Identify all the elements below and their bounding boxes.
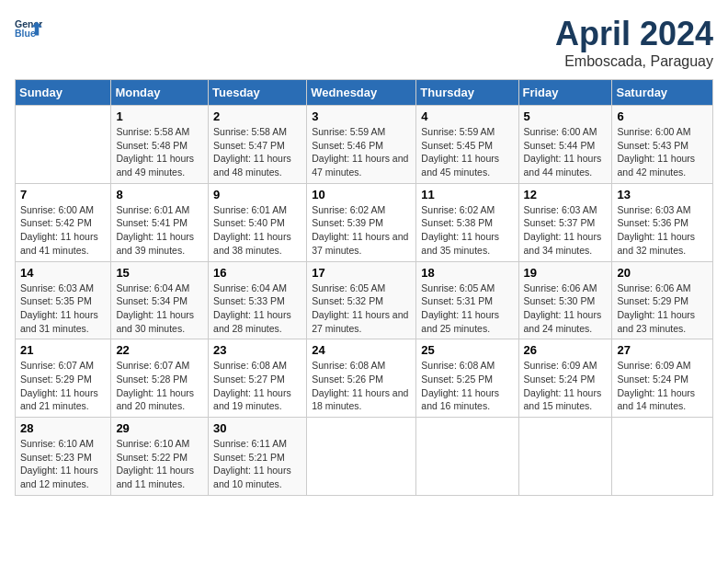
calendar-cell: 24Sunrise: 6:08 AMSunset: 5:26 PMDayligh… [307,339,416,418]
day-info: Sunrise: 6:08 AMSunset: 5:26 PMDaylight:… [312,359,411,413]
calendar-cell: 11Sunrise: 6:02 AMSunset: 5:38 PMDayligh… [416,183,518,261]
weekday-header-sunday: Sunday [16,80,111,106]
day-number: 19 [524,266,608,280]
calendar-cell: 6Sunrise: 6:00 AMSunset: 5:43 PMDaylight… [612,106,713,184]
day-info: Sunrise: 6:03 AMSunset: 5:37 PMDaylight:… [524,203,608,258]
day-info: Sunrise: 6:09 AMSunset: 5:24 PMDaylight:… [617,359,708,413]
day-info: Sunrise: 5:58 AMSunset: 5:48 PMDaylight:… [116,125,203,179]
calendar-cell: 29Sunrise: 6:10 AMSunset: 5:22 PMDayligh… [111,418,209,496]
logo: General Blue [15,15,42,42]
day-info: Sunrise: 6:07 AMSunset: 5:29 PMDaylight:… [20,359,106,413]
day-number: 30 [213,421,301,435]
calendar-cell [416,418,518,496]
week-row-5: 28Sunrise: 6:10 AMSunset: 5:23 PMDayligh… [16,418,713,496]
calendar-cell: 13Sunrise: 6:03 AMSunset: 5:36 PMDayligh… [612,183,713,261]
day-number: 7 [20,188,106,201]
calendar-cell: 28Sunrise: 6:10 AMSunset: 5:23 PMDayligh… [16,418,111,496]
day-number: 6 [617,109,708,123]
calendar-cell: 9Sunrise: 6:01 AMSunset: 5:40 PMDaylight… [209,183,307,261]
weekday-header-saturday: Saturday [612,80,713,106]
calendar-cell: 18Sunrise: 6:05 AMSunset: 5:31 PMDayligh… [416,261,518,339]
calendar-cell: 20Sunrise: 6:06 AMSunset: 5:29 PMDayligh… [612,261,713,339]
day-number: 25 [421,343,513,357]
page-header: General Blue April 2024 Emboscada, Parag… [15,15,713,70]
day-info: Sunrise: 6:11 AMSunset: 5:21 PMDaylight:… [213,437,301,491]
week-row-3: 14Sunrise: 6:03 AMSunset: 5:35 PMDayligh… [16,261,713,339]
day-number: 1 [116,109,203,123]
calendar-cell [307,418,416,496]
day-number: 21 [20,343,106,357]
calendar-cell: 5Sunrise: 6:00 AMSunset: 5:44 PMDaylight… [518,106,612,184]
day-info: Sunrise: 5:58 AMSunset: 5:47 PMDaylight:… [213,125,301,179]
day-info: Sunrise: 6:05 AMSunset: 5:32 PMDaylight:… [312,282,411,336]
calendar-cell: 21Sunrise: 6:07 AMSunset: 5:29 PMDayligh… [16,339,111,418]
day-info: Sunrise: 6:03 AMSunset: 5:36 PMDaylight:… [617,203,708,258]
day-number: 28 [20,421,106,435]
day-info: Sunrise: 6:05 AMSunset: 5:31 PMDaylight:… [421,282,513,336]
calendar-cell: 12Sunrise: 6:03 AMSunset: 5:37 PMDayligh… [518,183,612,261]
calendar-cell: 30Sunrise: 6:11 AMSunset: 5:21 PMDayligh… [209,418,307,496]
week-row-2: 7Sunrise: 6:00 AMSunset: 5:42 PMDaylight… [16,183,713,261]
day-number: 2 [213,109,301,123]
day-info: Sunrise: 6:01 AMSunset: 5:41 PMDaylight:… [116,203,203,258]
day-number: 14 [20,266,106,280]
day-number: 3 [312,109,411,123]
location-subtitle: Emboscada, Paraguay [555,53,713,70]
day-number: 4 [421,109,513,123]
day-info: Sunrise: 6:01 AMSunset: 5:40 PMDaylight:… [213,203,301,258]
calendar-cell [16,106,111,184]
day-number: 17 [312,266,411,280]
day-info: Sunrise: 6:07 AMSunset: 5:28 PMDaylight:… [116,359,203,413]
day-info: Sunrise: 6:08 AMSunset: 5:27 PMDaylight:… [213,359,301,413]
day-number: 15 [116,266,203,280]
logo-icon: General Blue [15,15,42,42]
day-info: Sunrise: 6:03 AMSunset: 5:35 PMDaylight:… [20,282,106,336]
calendar-cell: 15Sunrise: 6:04 AMSunset: 5:34 PMDayligh… [111,261,209,339]
day-number: 23 [213,343,301,357]
weekday-header-thursday: Thursday [416,80,518,106]
day-info: Sunrise: 6:04 AMSunset: 5:33 PMDaylight:… [213,282,301,336]
day-info: Sunrise: 6:00 AMSunset: 5:44 PMDaylight:… [524,125,608,179]
weekday-header-tuesday: Tuesday [209,80,307,106]
day-number: 5 [524,109,608,123]
day-info: Sunrise: 6:10 AMSunset: 5:22 PMDaylight:… [116,437,203,491]
calendar-cell: 23Sunrise: 6:08 AMSunset: 5:27 PMDayligh… [209,339,307,418]
day-number: 22 [116,343,203,357]
weekday-header-friday: Friday [518,80,612,106]
day-number: 11 [421,188,513,201]
day-number: 27 [617,343,708,357]
day-number: 20 [617,266,708,280]
calendar-cell: 10Sunrise: 6:02 AMSunset: 5:39 PMDayligh… [307,183,416,261]
day-info: Sunrise: 6:08 AMSunset: 5:25 PMDaylight:… [421,359,513,413]
weekday-header-row: SundayMondayTuesdayWednesdayThursdayFrid… [16,80,713,106]
day-number: 9 [213,188,301,201]
day-number: 8 [116,188,203,201]
calendar-cell: 7Sunrise: 6:00 AMSunset: 5:42 PMDaylight… [16,183,111,261]
day-info: Sunrise: 6:06 AMSunset: 5:29 PMDaylight:… [617,282,708,336]
day-number: 16 [213,266,301,280]
calendar-cell: 19Sunrise: 6:06 AMSunset: 5:30 PMDayligh… [518,261,612,339]
calendar-cell: 2Sunrise: 5:58 AMSunset: 5:47 PMDaylight… [209,106,307,184]
day-number: 29 [116,421,203,435]
calendar-table: SundayMondayTuesdayWednesdayThursdayFrid… [15,79,713,496]
calendar-cell: 16Sunrise: 6:04 AMSunset: 5:33 PMDayligh… [209,261,307,339]
calendar-cell [612,418,713,496]
svg-text:Blue: Blue [15,28,36,39]
day-number: 18 [421,266,513,280]
calendar-cell: 22Sunrise: 6:07 AMSunset: 5:28 PMDayligh… [111,339,209,418]
day-number: 12 [524,188,608,201]
week-row-1: 1Sunrise: 5:58 AMSunset: 5:48 PMDaylight… [16,106,713,184]
day-number: 26 [524,343,608,357]
day-info: Sunrise: 6:02 AMSunset: 5:38 PMDaylight:… [421,203,513,258]
day-number: 10 [312,188,411,201]
day-info: Sunrise: 6:09 AMSunset: 5:24 PMDaylight:… [524,359,608,413]
calendar-cell: 17Sunrise: 6:05 AMSunset: 5:32 PMDayligh… [307,261,416,339]
day-info: Sunrise: 6:00 AMSunset: 5:42 PMDaylight:… [20,203,106,258]
calendar-cell: 8Sunrise: 6:01 AMSunset: 5:41 PMDaylight… [111,183,209,261]
day-info: Sunrise: 6:00 AMSunset: 5:43 PMDaylight:… [617,125,708,179]
calendar-cell: 26Sunrise: 6:09 AMSunset: 5:24 PMDayligh… [518,339,612,418]
title-block: April 2024 Emboscada, Paraguay [555,15,713,70]
day-number: 24 [312,343,411,357]
day-info: Sunrise: 6:02 AMSunset: 5:39 PMDaylight:… [312,203,411,258]
day-info: Sunrise: 6:10 AMSunset: 5:23 PMDaylight:… [20,437,106,491]
